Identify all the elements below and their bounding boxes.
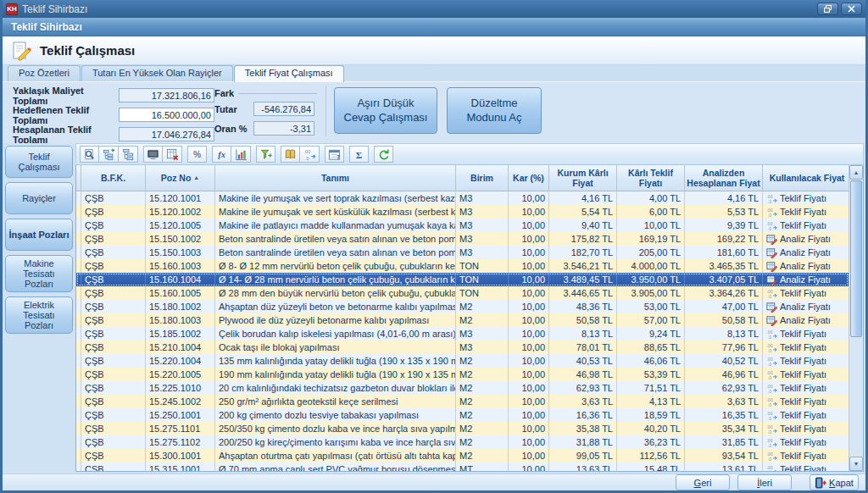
toolbar-calendar-button[interactable]: 7 bbox=[325, 146, 344, 163]
summary-panel: Yaklaşık Maliyet ToplamıHedeflenen Tekli… bbox=[3, 82, 865, 143]
scroll-down-button[interactable]: ▼ bbox=[849, 457, 863, 471]
duzeltme-modunu-ac-button[interactable]: Düzeltme Modunu Aç bbox=[447, 87, 542, 134]
toolbar-formula-button[interactable]: fx bbox=[212, 146, 231, 163]
svg-text:.0: .0 bbox=[768, 470, 771, 471]
column-header-kurum_karli[interactable]: Kurum Kârlı Fiyat bbox=[549, 165, 617, 191]
table-row[interactable]: ÇŞB15.275.1101250/350 kg çimento dozlu k… bbox=[76, 422, 849, 435]
toolbar-export-table-button[interactable] bbox=[163, 146, 182, 163]
scroll-up-button[interactable]: ▲ bbox=[849, 165, 863, 180]
table-row[interactable]: ÇŞB15.275.1102200/250 kg kireç/çimento k… bbox=[76, 435, 849, 449]
table-row[interactable]: ÇŞB15.220.1004135 mm kalınlığında yatay … bbox=[76, 354, 849, 368]
next-button[interactable]: İleri bbox=[737, 474, 792, 490]
summary-field-input[interactable] bbox=[119, 127, 214, 141]
table-row[interactable]: ÇŞB15.250.1001200 kg çimento dozlu tesvi… bbox=[76, 408, 849, 422]
toolbar-group: fx bbox=[212, 146, 251, 163]
summary-field-input[interactable] bbox=[119, 108, 214, 122]
column-header-birim[interactable]: Birim bbox=[456, 165, 509, 191]
toolbar-percent-button[interactable]: % bbox=[187, 146, 207, 163]
table-row[interactable]: ÇŞB15.300.1001Ahşaptan oturtma çatı yapı… bbox=[76, 449, 849, 463]
difference-row: Oran % bbox=[214, 121, 320, 136]
cell-analizden: 3.407,05 TL bbox=[685, 273, 763, 286]
sidebar-item-insaat-pozlari[interactable]: İnşaat Pozları bbox=[5, 219, 73, 251]
table-row[interactable]: ÇŞB15.160.1004Ø 14- Ø 28 mm nervürlü bet… bbox=[76, 273, 849, 286]
cell-tanim: Ø 28 mm den büyük nervürlü beton çelik ç… bbox=[215, 286, 456, 300]
offer-price-icon: .00.0 bbox=[766, 383, 777, 394]
column-header-label: Poz No bbox=[161, 173, 192, 183]
table-row[interactable]: ÇŞB15.160.1003Ø 8- Ø 12 mm nervürlü beto… bbox=[76, 259, 849, 273]
cell-fiyat: Analiz Fiyatı bbox=[763, 313, 849, 327]
restore-icon bbox=[824, 5, 832, 13]
window-close-button[interactable] bbox=[841, 3, 862, 15]
sidebar-item-teklif-calismasi[interactable]: Teklif Çalışması bbox=[5, 146, 73, 178]
column-header-bfk[interactable]: B.F.K. bbox=[81, 165, 146, 191]
cell-tanim: Ocak taşı ile blokaj yapılması bbox=[215, 341, 456, 354]
sidebar-item-rayicler[interactable]: Rayiçler bbox=[5, 182, 73, 214]
tab-poz-ozetleri[interactable]: Poz Özetleri bbox=[8, 65, 81, 81]
cell-analizden: 35,34 TL bbox=[685, 422, 763, 435]
column-header-label: Kullanılacak Fiyat bbox=[770, 173, 845, 183]
offer-price-icon: .00.0 bbox=[766, 342, 777, 353]
cell-karli_teklif: 15,48 TL bbox=[617, 463, 685, 471]
toolbar-refresh-button[interactable] bbox=[374, 146, 393, 163]
sidebar-item-makine-tesisati-pozlari[interactable]: Makine Tesisatı Pozları bbox=[5, 255, 73, 292]
column-header-poz_no[interactable]: Poz No▲ bbox=[146, 165, 215, 191]
title-bar[interactable]: KH Teklif Sihirbazı bbox=[3, 0, 865, 18]
close-button[interactable]: Kapat bbox=[810, 474, 859, 490]
toolbar-group-list-button[interactable] bbox=[119, 146, 138, 163]
table-row[interactable]: ÇŞB15.120.1005Makine ile patlayıcı madde… bbox=[76, 219, 849, 232]
toolbar-add-group-button[interactable] bbox=[99, 146, 119, 163]
summary-field-input[interactable] bbox=[119, 88, 214, 102]
cell-kar: 10,00 bbox=[509, 463, 549, 471]
column-header-analizden[interactable]: Analizden Hesaplanan Fiyat bbox=[685, 165, 763, 191]
cell-karli_teklif: 71,51 TL bbox=[617, 381, 685, 395]
cell-birim: TON bbox=[456, 259, 509, 273]
cell-birim: M2 bbox=[456, 395, 509, 408]
preview-icon bbox=[83, 148, 96, 161]
table-row[interactable]: ÇŞB15.180.1003Plywood ile düz yüzeyli be… bbox=[76, 313, 849, 327]
table-row[interactable]: ÇŞB15.160.1005Ø 28 mm den büyük nervürlü… bbox=[76, 286, 849, 300]
toolbar-filter-button[interactable] bbox=[256, 146, 275, 163]
toolbar-preview-button[interactable] bbox=[80, 146, 99, 163]
column-header-karli_teklif[interactable]: Kârlı Teklif Fiyatı bbox=[617, 165, 685, 191]
cell-fiyat: Analiz Fiyatı bbox=[763, 259, 849, 273]
table-row[interactable]: ÇŞB15.210.1004Ocak taşı ile blokaj yapıl… bbox=[76, 341, 849, 354]
table-row[interactable]: ÇŞB15.180.1002Ahşaptan düz yüzeyli beton… bbox=[76, 300, 849, 313]
svg-text:.00: .00 bbox=[766, 410, 772, 415]
back-button[interactable]: Geri bbox=[676, 474, 730, 490]
offer-price-icon: .00.0 bbox=[766, 410, 777, 421]
vertical-scrollbar[interactable]: ▲ ▼ bbox=[849, 165, 863, 471]
tab-teklif-fiyat-calismasi[interactable]: Teklif Fiyat Çalışması bbox=[234, 65, 344, 82]
difference-input[interactable] bbox=[253, 102, 314, 116]
table-row[interactable]: ÇŞB15.150.1002Beton santralinde üretilen… bbox=[76, 232, 849, 246]
sidebar-item-elektrik-tesisati-pozlari[interactable]: Elektrik Tesisatı Pozları bbox=[5, 296, 73, 334]
svg-text:.0: .0 bbox=[768, 416, 771, 421]
toolbar-decimals-button[interactable]: .00.0 bbox=[300, 146, 320, 163]
toolbar-book-button[interactable] bbox=[281, 146, 300, 163]
column-header-kar[interactable]: Kar (%) bbox=[509, 165, 549, 191]
table-row[interactable]: ÇŞB15.185.1002Çelik borudan kalıp iskele… bbox=[76, 327, 849, 341]
asiri-dusuk-cevap-calismasi-button[interactable]: Aşırı Düşük Cevap Çalışması bbox=[334, 87, 437, 134]
window-restore-button[interactable] bbox=[817, 3, 838, 15]
svg-text:%: % bbox=[193, 150, 201, 159]
price-source-label: Teklif Fiyatı bbox=[780, 327, 826, 341]
column-header-tanim[interactable]: Tanımı bbox=[215, 165, 456, 191]
table-row[interactable]: ÇŞB15.150.1003Beton santralinde üretilen… bbox=[76, 246, 849, 259]
toolbar-chart-button[interactable] bbox=[231, 146, 251, 163]
cell-poz_no: 15.210.1004 bbox=[146, 341, 215, 354]
table-row[interactable]: ÇŞB15.315.1001Ø 70 mm anma çaplı sert PV… bbox=[76, 463, 849, 471]
cell-analizden: 13,61 TL bbox=[685, 463, 763, 471]
table-row[interactable]: ÇŞB15.220.1005190 mm kalınlığında yatay … bbox=[76, 368, 849, 381]
table-row[interactable]: ÇŞB15.225.101020 cm kalınlığındaki techi… bbox=[76, 381, 849, 395]
scroll-thumb[interactable] bbox=[850, 180, 862, 337]
table-row[interactable]: ÇŞB15.120.1001Makine ile yumuşak ve sert… bbox=[76, 191, 849, 205]
table-row[interactable]: ÇŞB15.120.1002Makine ile yumuşak ve sert… bbox=[76, 205, 849, 219]
difference-input[interactable] bbox=[253, 121, 314, 136]
table-row[interactable]: ÇŞB15.245.1002250 gr/m² ağırlıkta geotek… bbox=[76, 395, 849, 408]
cell-karli_teklif: 4,00 TL bbox=[617, 191, 685, 205]
tab-tutari-en-yuksek-olan-rayicler[interactable]: Tutarı En Yüksek Olan Rayiçler bbox=[81, 65, 233, 81]
column-header-label: Analizden Hesaplanan Fiyat bbox=[687, 168, 760, 188]
cell-karli_teklif: 53,39 TL bbox=[617, 368, 685, 381]
toolbar-screen-button[interactable] bbox=[143, 146, 163, 163]
toolbar-sum-button[interactable]: Σ bbox=[349, 146, 369, 163]
column-header-fiyat[interactable]: Kullanılacak Fiyat bbox=[763, 165, 852, 191]
